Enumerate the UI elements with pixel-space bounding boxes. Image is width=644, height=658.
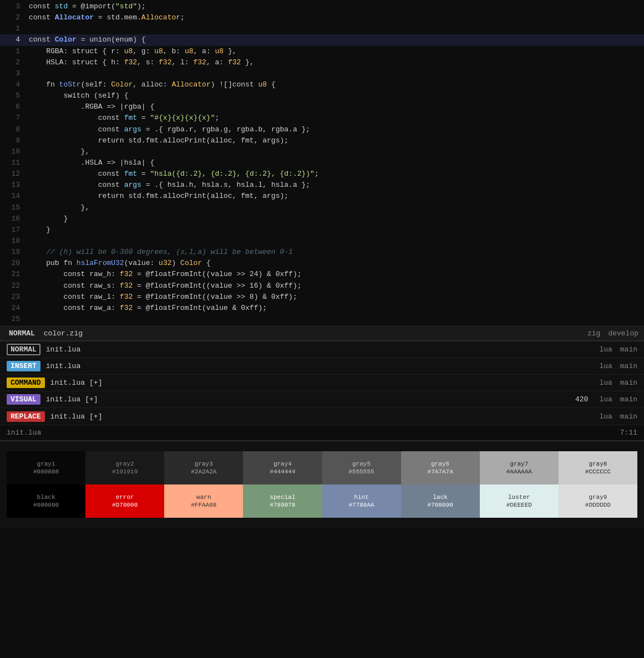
swatch-name: gray9 (589, 494, 607, 501)
code-line: 2 HSLA: struct { h: f32, s: f32, l: f32,… (0, 57, 644, 68)
line-number: 22 (4, 280, 20, 292)
swatch-name: gray2 (116, 461, 134, 467)
editor-wrapper: 3const std = @import("std");2const Alloc… (0, 0, 644, 326)
code-line: 11 .HSLA => |hsla| { (0, 157, 644, 169)
line-content: .RGBA => |rgba| { (29, 101, 640, 113)
color-swatch: gray4#444444 (243, 451, 322, 484)
line-content: const fmt = "#{x}{x}{x}{x}"; (29, 113, 640, 124)
line-number: 3 (4, 1, 20, 12)
statuslines-section: NORMALinit.lualuamainINSERTinit.lualuama… (0, 340, 644, 425)
line-number: 14 (4, 191, 20, 202)
line-content: fn toStr(self: Color, alloc: Allocator) … (29, 79, 640, 90)
code-line: 10 }, (0, 146, 644, 157)
line-content: const std = @import("std"); (29, 1, 640, 12)
line-number: 5 (4, 90, 20, 101)
swatch-name: hint (354, 494, 368, 501)
line-content: HSLA: struct { h: f32, s: f32, l: f32, a… (29, 57, 640, 68)
swatch-hex: #7A7A7A (428, 468, 453, 475)
code-line: 19 // (h) will be 0-360 degrees, (s,l,a)… (0, 247, 644, 258)
code-line: 15 }, (0, 202, 644, 213)
line-content (29, 314, 640, 325)
line-number: 20 (4, 258, 20, 269)
code-line: 4 fn toStr(self: Color, alloc: Allocator… (0, 79, 644, 90)
code-line: 18 (0, 236, 644, 247)
line-number: 1 (4, 23, 20, 34)
line-number: 16 (4, 213, 20, 225)
color-swatch: error#D70000 (85, 484, 164, 518)
code-line: 1 RGBA: struct { r: u8, g: u8, b: u8, a:… (0, 46, 644, 57)
color-swatch: lack#708090 (401, 484, 480, 518)
editor-status-bar: NORMAL color.zig zig develop (0, 326, 644, 340)
line-number: 6 (4, 101, 20, 113)
color-swatch: gray6#7A7A7A (401, 451, 480, 484)
line-content: return std.fmt.allocPrint(alloc, fmt, ar… (29, 191, 640, 202)
line-content: } (29, 225, 640, 236)
swatch-name: gray6 (431, 461, 449, 467)
line-number: 3 (4, 68, 20, 79)
line-content: }, (29, 202, 640, 213)
swatch-name: special (270, 494, 295, 501)
statusline-right: luamain (599, 362, 637, 370)
line-content: const Color = union(enum) { (29, 34, 640, 45)
code-line: 21 const raw_h: f32 = @floatFromInt((val… (0, 269, 644, 280)
line-number: 4 (4, 79, 20, 90)
line-content: const args = .{ hsla.h, hsla.s, hsla.l, … (29, 180, 640, 191)
statusline-row: REPLACEinit.lua[+]luamain (0, 408, 644, 425)
editor-lang: zig (587, 329, 600, 338)
line-number: 21 (4, 269, 20, 280)
statusline-mode-badge: COMMAND (7, 378, 45, 388)
line-number: 9 (4, 135, 20, 146)
line-content: switch (self) { (29, 90, 640, 101)
statusline-count: 420 (575, 395, 588, 404)
line-content: // (h) will be 0-360 degrees, (s,l,a) wi… (29, 247, 640, 258)
swatch-hex: #7788AA (348, 502, 374, 508)
statusline-mode-badge: INSERT (7, 361, 40, 371)
swatch-name: gray8 (589, 461, 607, 467)
swatch-hex: #FFAA88 (191, 502, 216, 508)
code-line: 1 (0, 23, 644, 34)
line-number: 10 (4, 146, 20, 157)
statusline-filename: init.lua (50, 412, 85, 421)
code-line: 5 switch (self) { (0, 90, 644, 101)
statusline-modified: [+] (85, 395, 98, 404)
code-line: 24 const raw_a: f32 = @floatFromInt(valu… (0, 303, 644, 314)
line-content: RGBA: struct { r: u8, g: u8, b: u8, a: u… (29, 46, 640, 57)
code-line: 16 } (0, 213, 644, 225)
statusline-lang: lua (599, 345, 612, 354)
editor-branch: develop (608, 329, 638, 338)
statusline-lang: lua (599, 362, 612, 370)
line-number: 8 (4, 124, 20, 135)
line-number: 23 (4, 292, 20, 303)
code-line: 12 const fmt = "hsla({d:.2}, {d:.2}, {d:… (0, 169, 644, 180)
color-swatch: special#789978 (243, 484, 322, 518)
swatch-name: gray7 (510, 461, 528, 467)
color-swatch: gray2#191919 (85, 451, 164, 484)
color-swatch: gray9#DDDDDD (559, 484, 637, 518)
code-line: 17 } (0, 225, 644, 236)
line-number: 25 (4, 314, 20, 325)
code-line: 8 const args = .{ rgba.r, rgba.g, rgba.b… (0, 124, 644, 135)
code-line: 22 const raw_s: f32 = @floatFromInt((val… (0, 280, 644, 292)
line-content: const fmt = "hsla({d:.2}, {d:.2}, {d:.2}… (29, 169, 640, 180)
swatch-hex: #D70000 (112, 502, 138, 508)
line-number: 11 (4, 157, 20, 169)
swatch-name: gray3 (195, 461, 213, 467)
swatch-name: gray1 (37, 461, 55, 467)
statusline-row: VISUALinit.lua[+]420luamain (0, 391, 644, 408)
code-line: 2const Allocator = std.mem.Allocator; (0, 12, 644, 23)
code-line: 13 const args = .{ hsla.h, hsla.s, hsla.… (0, 180, 644, 191)
swatch-hex: #AAAAAA (506, 468, 532, 475)
line-content: const raw_h: f32 = @floatFromInt((value … (29, 269, 640, 280)
line-content: .HSLA => |hsla| { (29, 157, 640, 169)
swatch-hex: #DDDDDD (585, 502, 611, 508)
statusline-right: luamain (599, 345, 637, 354)
line-content: return std.fmt.allocPrint(alloc, fmt, ar… (29, 135, 640, 146)
code-line: 23 const raw_l: f32 = @floatFromInt((val… (0, 292, 644, 303)
statusline-row: COMMANDinit.lua[+]luamain (0, 375, 644, 391)
line-content (29, 23, 640, 34)
swatch-name: luster (508, 494, 530, 501)
code-area[interactable]: 3const std = @import("std");2const Alloc… (0, 0, 644, 326)
statusline-branch: main (620, 412, 637, 421)
line-content: const raw_s: f32 = @floatFromInt((value … (29, 280, 640, 292)
line-number: 13 (4, 180, 20, 191)
